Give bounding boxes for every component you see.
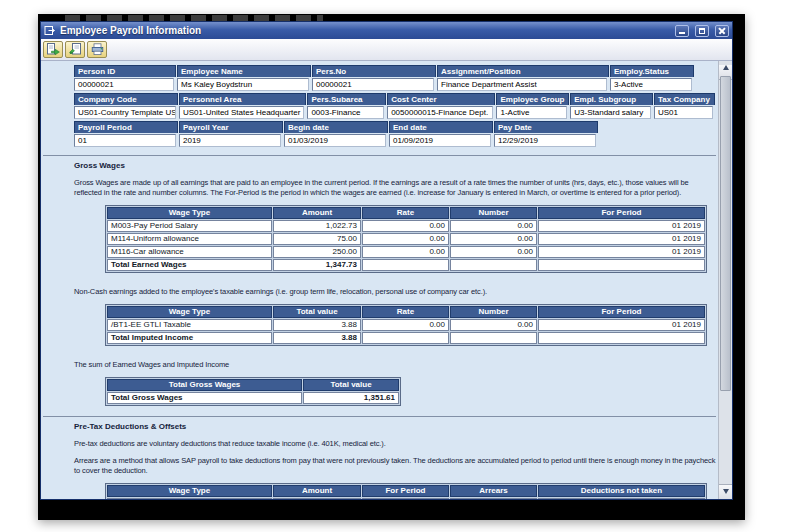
field-value[interactable]: 0050000015-Finance Dept. <box>387 106 493 119</box>
field-value[interactable]: 00000021 <box>312 78 434 91</box>
minimize-icon[interactable] <box>675 25 689 37</box>
cell-amount: 75.00 <box>273 233 361 245</box>
field-tax-company: Tax Company US01 <box>654 93 715 119</box>
column-header: Rate <box>362 306 449 318</box>
field-value[interactable]: 00000021 <box>74 78 174 91</box>
table-total-row: Total Earned Wages 1,347.73 <box>107 259 705 271</box>
export-document-icon[interactable] <box>43 41 63 58</box>
maximize-icon[interactable] <box>695 25 709 37</box>
field-value[interactable]: US01-Country Template US <box>74 106 176 119</box>
cell-total-amount: 0.00 <box>273 498 361 499</box>
scroll-down-icon[interactable] <box>719 484 732 499</box>
gross-wages-heading: Gross Wages <box>74 161 716 170</box>
cell-total-value: 3.88 <box>273 332 361 344</box>
column-header: Total value <box>303 379 399 391</box>
field-label: Tax Company <box>654 93 715 105</box>
field-value[interactable]: 2019 <box>179 134 281 147</box>
cell-empty <box>538 332 705 344</box>
cell-wage-type: M114-Uniform allowance <box>107 233 272 245</box>
employee-info-row-1: Person ID 00000021 Employee Name Ms Kale… <box>74 65 716 91</box>
table-row: /BT1-EE GTLI Taxable 3.88 0.00 0.00 01 2… <box>107 319 705 331</box>
field-value[interactable]: U3-Standard salary <box>570 106 651 119</box>
column-header: Wage Type <box>107 485 272 497</box>
field-value[interactable]: 1-Active <box>496 106 567 119</box>
cell-rate: 0.00 <box>362 319 449 331</box>
gross-wages-table: Wage Type Amount Rate Number For Period … <box>105 205 707 273</box>
cell-total-label: Total Earned Wages <box>107 259 272 271</box>
field-label: Company Code <box>74 93 178 105</box>
field-value[interactable]: US01-United States Headquarter <box>179 106 304 119</box>
field-value[interactable]: 01 <box>74 134 176 147</box>
field-label: Pers.Subarea <box>307 93 386 105</box>
cell-empty <box>538 498 705 499</box>
section-divider <box>43 155 716 156</box>
field-label: Employee Name <box>177 65 311 77</box>
pretax-description-1: Pre-tax deductions are voluntary deducti… <box>74 439 716 449</box>
field-label: Empl. Subgroup <box>570 93 653 105</box>
table-header-row: Wage Type Amount Rate Number For Period <box>107 207 705 219</box>
gross-wages-description: Gross Wages are made up of all earnings … <box>74 178 716 198</box>
table-row: M116-Car allowance 250.00 0.00 0.00 01 2… <box>107 246 705 258</box>
table-total-row: Total Imputed Income 3.88 <box>107 332 705 344</box>
section-divider <box>43 416 716 417</box>
field-value[interactable]: 12/29/2019 <box>494 134 596 147</box>
cell-for-period: 01 2019 <box>538 220 705 232</box>
cell-total-value: 3.88 <box>273 319 361 331</box>
total-gross-wages-table: Total Gross Wages Total value Total Gros… <box>105 377 401 406</box>
field-label: Pay Date <box>494 121 598 133</box>
dialog-screen-icon <box>44 25 56 36</box>
column-header: Arrears <box>450 485 537 497</box>
cell-number: 0.00 <box>450 246 537 258</box>
field-pay-date: Pay Date 12/29/2019 <box>494 121 598 147</box>
field-value[interactable]: 0003-Finance <box>307 106 384 119</box>
column-header: Number <box>450 207 537 219</box>
field-value[interactable]: Finance Department Assist <box>437 78 607 91</box>
field-label: Personnel Area <box>179 93 306 105</box>
cell-number: 0.00 <box>450 233 537 245</box>
table-row: M114-Uniform allowance 75.00 0.00 0.00 0… <box>107 233 705 245</box>
scrollbar-thumb[interactable] <box>720 76 731 391</box>
field-value[interactable]: Ms Kaley Boydstrun <box>177 78 309 91</box>
cell-total-label: Total Gross Wages <box>107 392 302 404</box>
field-label: Payroll Year <box>179 121 283 133</box>
total-gross-description: The sum of Earned Wages and Imputed Inco… <box>74 360 716 370</box>
imputed-income-table: Wage Type Total value Rate Number For Pe… <box>105 304 707 346</box>
cell-empty <box>538 259 705 271</box>
cell-for-period: 01 2019 <box>538 319 705 331</box>
field-value[interactable]: 01/09/2019 <box>389 134 491 147</box>
vertical-scrollbar[interactable] <box>718 61 732 499</box>
field-value[interactable]: 3-Active <box>610 78 692 91</box>
cell-total-label: Total Deductions <box>107 498 272 499</box>
cell-empty <box>450 259 537 271</box>
employee-info-row-2: Company Code US01-Country Template US Pe… <box>74 93 716 119</box>
table-total-row: Total Deductions 0.00 <box>107 498 705 499</box>
field-label: Person ID <box>74 65 176 77</box>
field-value[interactable]: US01 <box>654 106 713 119</box>
close-icon[interactable] <box>715 25 729 37</box>
pretax-description-2: Arrears are a method that allows SAP pay… <box>74 456 716 476</box>
toolbar <box>41 39 732 61</box>
field-employ-status: Employ.Status 3-Active <box>610 65 694 91</box>
table-header-row: Wage Type Amount For Period Arrears Dedu… <box>107 485 705 497</box>
title-bar[interactable]: Employee Payroll Information <box>41 22 732 39</box>
pretax-heading: Pre-Tax Deductions & Offsets <box>74 422 716 431</box>
field-label: Payroll Period <box>74 121 178 133</box>
total-deductions-table: Wage Type Amount For Period Arrears Dedu… <box>105 483 707 499</box>
field-label: Pers.No <box>312 65 436 77</box>
print-icon[interactable] <box>87 41 107 58</box>
field-label: Employ.Status <box>610 65 694 77</box>
cell-wage-type: M116-Car allowance <box>107 246 272 258</box>
column-header: Total Gross Wages <box>107 379 302 391</box>
field-assignment-position: Assignment/Position Finance Department A… <box>437 65 609 91</box>
transfer-document-icon[interactable] <box>65 41 85 58</box>
field-personnel-area: Personnel Area US01-United States Headqu… <box>179 93 306 119</box>
table-header-row: Wage Type Total value Rate Number For Pe… <box>107 306 705 318</box>
column-header: Amount <box>273 485 361 497</box>
cell-total-amount: 1,347.73 <box>273 259 361 271</box>
field-value[interactable]: 01/03/2019 <box>284 134 386 147</box>
cell-empty <box>362 498 449 499</box>
cell-for-period: 01 2019 <box>538 246 705 258</box>
cell-wage-type: /BT1-EE GTLI Taxable <box>107 319 272 331</box>
cell-wage-type: M003-Pay Period Salary <box>107 220 272 232</box>
column-header: Total value <box>273 306 361 318</box>
